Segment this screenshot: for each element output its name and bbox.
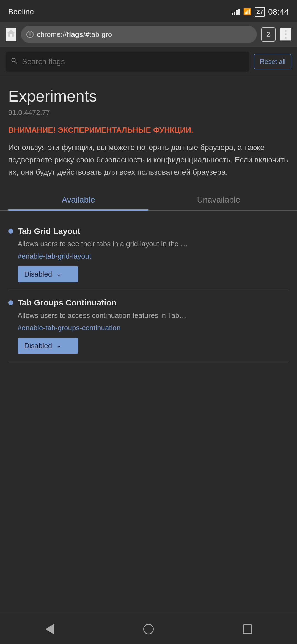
- flag-title-row: Tab Grid Layout: [8, 227, 289, 236]
- battery-icon: 27: [255, 7, 265, 17]
- flag-title-2: Tab Groups Continuation: [18, 298, 116, 307]
- nav-bar: [0, 614, 297, 644]
- recents-button[interactable]: [237, 618, 258, 640]
- flag-link[interactable]: #enable-tab-grid-layout: [8, 252, 289, 261]
- more-options-button[interactable]: ⋮: [280, 28, 292, 41]
- search-bar-container: Reset all: [0, 47, 297, 77]
- description-text: Используя эти функции, вы можете потерят…: [8, 141, 289, 178]
- flag-title-row-2: Tab Groups Continuation: [8, 298, 289, 307]
- carrier-name: Beeline: [8, 7, 34, 16]
- recents-icon: [243, 624, 252, 634]
- tab-available[interactable]: Available: [8, 190, 148, 210]
- flag-dropdown-tab-grid-layout[interactable]: Disabled ⌄: [18, 266, 78, 282]
- back-icon: [45, 624, 54, 634]
- flag-item-tab-grid-layout: Tab Grid Layout Allows users to see thei…: [8, 219, 289, 290]
- flag-item-tab-groups-continuation: Tab Groups Continuation Allows users to …: [8, 290, 289, 362]
- wifi-icon: 📶: [243, 8, 251, 16]
- search-input[interactable]: [22, 57, 244, 66]
- main-content: Experiments 91.0.4472.77 ВНИМАНИЕ! ЭКСПЕ…: [0, 77, 297, 398]
- clock: 08:44: [268, 7, 289, 17]
- flag-description-2: Allows users to access continuation feat…: [8, 310, 289, 321]
- tab-unavailable[interactable]: Unavailable: [148, 190, 289, 210]
- search-input-wrapper[interactable]: [6, 52, 249, 72]
- status-right: 📶 27 08:44: [232, 7, 289, 17]
- flag-dot-2: [8, 300, 13, 305]
- tab-count-button[interactable]: 2: [261, 27, 276, 42]
- browser-toolbar: i chrome://flags/#tab-gro 2 ⋮: [0, 22, 297, 47]
- url-text: chrome://flags/#tab-gro: [37, 30, 112, 39]
- flag-description: Allows users to see their tabs in a grid…: [8, 239, 289, 249]
- signal-icon: [232, 9, 240, 15]
- flag-link-2[interactable]: #enable-tab-groups-continuation: [8, 324, 289, 332]
- chevron-down-icon-2: ⌄: [56, 342, 61, 349]
- chevron-down-icon: ⌄: [56, 271, 61, 278]
- reset-all-button[interactable]: Reset all: [254, 54, 292, 69]
- status-bar: Beeline 📶 27 08:44: [0, 0, 297, 22]
- home-nav-button[interactable]: [138, 618, 160, 640]
- warning-text: ВНИМАНИЕ! ЭКСПЕРИМЕНТАЛЬНЫЕ ФУНКЦИИ.: [8, 125, 289, 135]
- search-icon: [10, 57, 18, 67]
- info-icon: i: [26, 31, 34, 38]
- home-nav-icon: [143, 624, 154, 634]
- flag-title: Tab Grid Layout: [18, 227, 80, 236]
- version-text: 91.0.4472.77: [8, 108, 289, 117]
- flag-dot: [8, 229, 13, 234]
- tabs-container: Available Unavailable: [0, 190, 297, 211]
- address-bar[interactable]: i chrome://flags/#tab-gro: [21, 26, 257, 43]
- back-button[interactable]: [38, 618, 61, 640]
- page-title: Experiments: [8, 87, 289, 105]
- flag-dropdown-tab-groups-continuation[interactable]: Disabled ⌄: [18, 338, 78, 354]
- home-button[interactable]: [6, 28, 16, 41]
- flags-list: Tab Grid Layout Allows users to see thei…: [8, 213, 289, 362]
